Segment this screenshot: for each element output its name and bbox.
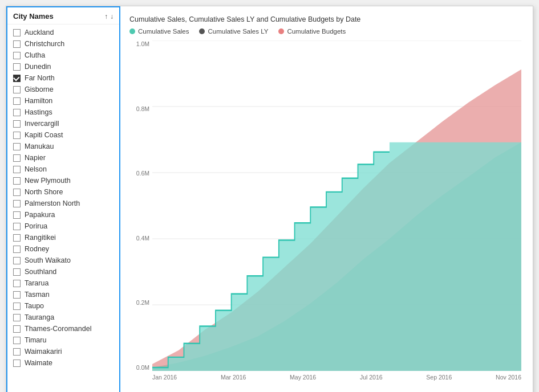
checkbox-timaru[interactable] bbox=[13, 337, 21, 344]
city-label: Waimakariri bbox=[25, 348, 62, 356]
x-label-jan: Jan 2016 bbox=[152, 374, 177, 381]
legend-item-budgets: Cumulative Budgets bbox=[278, 28, 346, 35]
sort-desc-icon[interactable]: ↓ bbox=[110, 13, 114, 20]
list-item[interactable]: Taupo bbox=[7, 300, 119, 312]
list-item[interactable]: Auckland bbox=[7, 27, 119, 38]
list-item[interactable]: Napier bbox=[7, 152, 119, 164]
city-label: Porirua bbox=[25, 222, 47, 230]
list-item[interactable]: Porirua bbox=[7, 220, 119, 232]
checkbox-thames-coromandel[interactable] bbox=[13, 325, 21, 333]
list-item[interactable]: Palmerston North bbox=[7, 198, 119, 209]
sales-area-outline bbox=[152, 142, 521, 371]
city-label: Nelson bbox=[25, 165, 47, 173]
city-list: AucklandChristchurchCluthaDunedinFar Nor… bbox=[7, 24, 119, 392]
city-label: Gisborne bbox=[25, 85, 54, 93]
list-item[interactable]: Dunedin bbox=[7, 61, 119, 72]
checkbox-manukau[interactable] bbox=[13, 143, 21, 150]
list-item[interactable]: Southland bbox=[7, 266, 119, 277]
sidebar-title: City Names bbox=[13, 12, 54, 21]
checkbox-tararua[interactable] bbox=[13, 280, 21, 287]
chart-wrapper: 1.0M 0.8M 0.6M 0.4M 0.2M 0.0M bbox=[129, 40, 521, 388]
list-item[interactable]: Hastings bbox=[7, 107, 119, 118]
list-item[interactable]: Clutha bbox=[7, 50, 119, 61]
city-label: Manukau bbox=[25, 142, 54, 150]
sort-asc-icon[interactable]: ↑ bbox=[104, 13, 108, 20]
checkbox-napier[interactable] bbox=[13, 154, 21, 162]
checkbox-christchurch[interactable] bbox=[13, 40, 21, 48]
city-label: Southland bbox=[25, 268, 56, 276]
city-label: Taupo bbox=[25, 302, 44, 310]
checkbox-south-waikato[interactable] bbox=[13, 257, 21, 264]
list-item[interactable]: Papakura bbox=[7, 209, 119, 220]
x-label-may: May 2016 bbox=[290, 374, 316, 381]
checkbox-rodney[interactable] bbox=[13, 246, 21, 253]
list-item[interactable]: Tasman bbox=[7, 289, 119, 300]
list-item[interactable]: Waimakariri bbox=[7, 346, 119, 357]
checkbox-nelson[interactable] bbox=[13, 166, 21, 173]
list-item[interactable]: Invercargill bbox=[7, 118, 119, 129]
list-item[interactable]: Timaru bbox=[7, 334, 119, 346]
checkbox-southland[interactable] bbox=[13, 268, 21, 276]
y-label-04M: 0.4M bbox=[136, 235, 149, 242]
list-item[interactable]: Gisborne bbox=[7, 84, 119, 95]
city-label: Auckland bbox=[25, 28, 54, 36]
city-label: Dunedin bbox=[25, 63, 51, 71]
x-label-jul: Jul 2016 bbox=[360, 374, 383, 381]
list-item[interactable]: Manukau bbox=[7, 141, 119, 152]
list-item[interactable]: Rodney bbox=[7, 243, 119, 255]
y-label-06M: 0.6M bbox=[136, 170, 149, 177]
checkbox-hamilton[interactable] bbox=[13, 97, 21, 105]
checkbox-far-north[interactable] bbox=[13, 75, 21, 82]
list-item[interactable]: Tauranga bbox=[7, 312, 119, 323]
list-item[interactable]: Nelson bbox=[7, 164, 119, 175]
checkbox-invercargill[interactable] bbox=[13, 120, 21, 128]
checkbox-auckland[interactable] bbox=[13, 29, 21, 36]
checkbox-clutha[interactable] bbox=[13, 52, 21, 59]
sort-controls: ↑ ↓ bbox=[104, 13, 114, 20]
list-item[interactable]: Christchurch bbox=[7, 38, 119, 50]
checkbox-papakura[interactable] bbox=[13, 211, 21, 219]
city-label: Tararua bbox=[25, 279, 48, 287]
checkbox-dunedin[interactable] bbox=[13, 63, 21, 71]
checkbox-waimakariri[interactable] bbox=[13, 348, 21, 356]
checkbox-north-shore[interactable] bbox=[13, 189, 21, 196]
list-item[interactable]: North Shore bbox=[7, 186, 119, 198]
chart-title: Cumulative Sales, Cumulative Sales LY an… bbox=[129, 15, 521, 23]
checkbox-rangitikei[interactable] bbox=[13, 234, 21, 242]
city-label: Rodney bbox=[25, 245, 49, 253]
list-item[interactable]: Thames-Coromandel bbox=[7, 323, 119, 334]
list-item[interactable]: Far North bbox=[7, 72, 119, 84]
city-label: Tasman bbox=[25, 291, 50, 299]
legend-dot-budgets bbox=[278, 28, 284, 34]
checkbox-waimate[interactable] bbox=[13, 360, 21, 367]
list-item[interactable]: New Plymouth bbox=[7, 175, 119, 186]
checkbox-tauranga[interactable] bbox=[13, 314, 21, 321]
checkbox-palmerston-north[interactable] bbox=[13, 200, 21, 207]
list-item[interactable]: Hamilton bbox=[7, 95, 119, 107]
checkbox-tasman[interactable] bbox=[13, 291, 21, 299]
city-label: Christchurch bbox=[25, 40, 64, 48]
checkbox-gisborne[interactable] bbox=[13, 86, 21, 93]
y-axis: 1.0M 0.8M 0.6M 0.4M 0.2M 0.0M bbox=[129, 40, 152, 371]
city-label: Waimate bbox=[25, 359, 52, 367]
legend-dot-sales bbox=[129, 28, 135, 34]
list-item[interactable]: Kapiti Coast bbox=[7, 129, 119, 141]
list-item[interactable]: Rangitikei bbox=[7, 232, 119, 243]
checkbox-taupo[interactable] bbox=[13, 303, 21, 310]
x-axis: Jan 2016 Mar 2016 May 2016 Jul 2016 Sep … bbox=[152, 371, 521, 388]
checkbox-kapiti-coast[interactable] bbox=[13, 132, 21, 139]
city-label: Thames-Coromandel bbox=[25, 325, 91, 333]
y-label-02M: 0.2M bbox=[136, 299, 149, 306]
checkbox-porirua[interactable] bbox=[13, 223, 21, 230]
city-label: Palmerston North bbox=[25, 199, 80, 207]
list-item[interactable]: Tararua bbox=[7, 277, 119, 289]
city-label: Clutha bbox=[25, 51, 45, 59]
checkbox-hastings[interactable] bbox=[13, 109, 21, 116]
checkbox-new-plymouth[interactable] bbox=[13, 177, 21, 185]
y-label-1M: 1.0M bbox=[136, 40, 149, 47]
app-container: City Names ↑ ↓ AucklandChristchurchCluth… bbox=[6, 6, 533, 392]
list-item[interactable]: South Waikato bbox=[7, 255, 119, 266]
city-label: North Shore bbox=[25, 188, 63, 196]
list-item[interactable]: Waimate bbox=[7, 357, 119, 369]
chart-svg bbox=[152, 40, 521, 371]
